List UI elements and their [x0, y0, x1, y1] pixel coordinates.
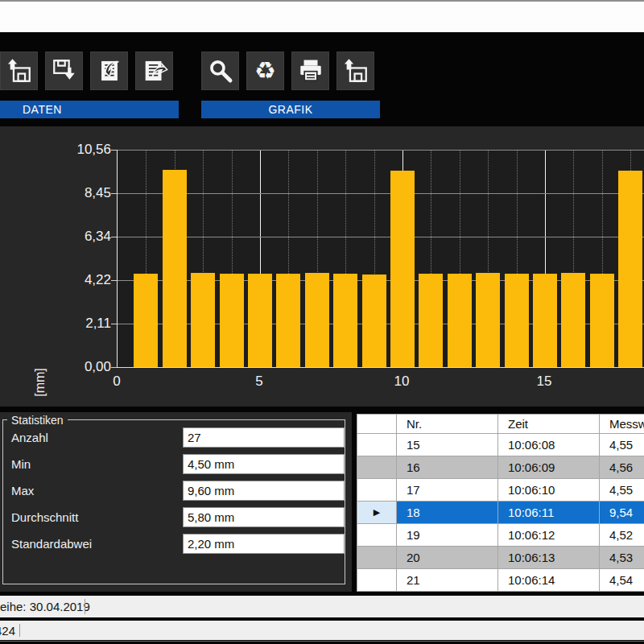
cell-nr[interactable]: 16: [397, 456, 498, 479]
x-tick-label: 5: [242, 374, 277, 390]
floppy-arrow-down-icon: [51, 57, 78, 85]
row-selector-cell[interactable]: [357, 569, 397, 592]
daten-group-label: DATEN: [0, 101, 179, 118]
stat-value-max[interactable]: [183, 481, 345, 501]
refresh-button[interactable]: ♻: [246, 52, 284, 90]
cell-zeit[interactable]: 10:06:13: [498, 547, 600, 569]
chart-plot-area: [117, 150, 644, 368]
cell-nr[interactable]: 19: [397, 524, 498, 547]
chart-bar-6: [276, 274, 300, 367]
table-row-17[interactable]: 1710:06:104,55: [357, 479, 644, 502]
cell-messwert[interactable]: 4,56: [600, 456, 644, 479]
chart-bar-11: [419, 274, 443, 367]
table-row-21[interactable]: 2110:06:144,54: [357, 569, 644, 592]
y-tick-mark: [111, 193, 117, 194]
statusbar-separator: [85, 599, 85, 614]
window-bottom-border: [0, 641, 644, 642]
row-selector-cell[interactable]: [357, 547, 397, 569]
chart-gridline-horizontal: [118, 237, 644, 237]
cell-nr[interactable]: 20: [397, 547, 498, 569]
zoom-button[interactable]: [201, 52, 239, 90]
cell-messwert[interactable]: 4,54: [600, 569, 644, 592]
chart-bar-2: [163, 170, 187, 367]
daten-toolbar: [0, 52, 173, 90]
stat-label-standardabwei: Standardabwei: [11, 537, 92, 551]
x-tick-label: 15: [526, 374, 562, 390]
cell-zeit[interactable]: 10:06:14: [498, 569, 600, 592]
chart-gridline-horizontal: [118, 193, 644, 194]
grafik-group-label: GRAFIK: [201, 101, 380, 118]
chart-bar-10: [390, 171, 415, 367]
cell-nr[interactable]: 21: [397, 569, 498, 592]
printer-icon: [297, 57, 324, 85]
cell-zeit[interactable]: 10:06:08: [498, 434, 600, 456]
table-row-16[interactable]: 1610:06:094,56: [357, 456, 644, 479]
chart-bar-15: [533, 274, 557, 367]
chart-bar-8: [333, 274, 357, 367]
cell-messwert[interactable]: 4,55: [600, 434, 644, 456]
export-graphic-button[interactable]: [336, 52, 374, 90]
stat-value-durchschnitt[interactable]: [183, 507, 345, 527]
statusbar-secondary: 424: [0, 621, 644, 640]
column-header-zeit[interactable]: Zeit: [498, 415, 600, 434]
row-selector-cell[interactable]: [357, 434, 397, 456]
document-arrow-out-icon: [141, 57, 168, 85]
cell-zeit[interactable]: 10:06:11: [498, 502, 600, 524]
cell-zeit[interactable]: 10:06:12: [498, 524, 600, 547]
chart-bar-7: [305, 273, 329, 367]
row-selector-cell[interactable]: [357, 479, 397, 502]
chart-bar-13: [476, 273, 500, 367]
open-data-button[interactable]: [0, 52, 38, 90]
import-data-button[interactable]: [90, 52, 128, 90]
x-tick-label: 0: [99, 374, 134, 390]
column-header-messwert[interactable]: Messwert: [600, 415, 644, 434]
y-tick-label: 10,56: [53, 142, 111, 158]
current-row-marker[interactable]: ▶: [357, 502, 397, 524]
table-row-20[interactable]: 2010:06:134,53: [357, 547, 644, 569]
cell-messwert[interactable]: 9,54: [600, 502, 644, 524]
cell-nr[interactable]: 18: [397, 502, 498, 524]
statistics-groupbox-title: Statistiken: [7, 414, 68, 427]
column-header-nr[interactable]: Nr.: [397, 415, 498, 434]
cell-zeit[interactable]: 10:06:10: [498, 479, 600, 502]
export-data-button[interactable]: [135, 52, 173, 90]
cell-messwert[interactable]: 4,53: [600, 547, 644, 569]
magnifier-icon: [207, 57, 234, 85]
daten-group-label-text: DATEN: [23, 103, 62, 116]
chart-gridline-horizontal: [118, 150, 644, 151]
table-row-15[interactable]: 1510:06:084,55: [357, 434, 644, 456]
save-data-button[interactable]: [45, 52, 83, 90]
chart-bar-14: [505, 274, 529, 367]
document-arrow-in-icon: [96, 57, 123, 85]
stat-label-max: Max: [11, 484, 34, 497]
x-tick-label: 10: [384, 374, 419, 390]
stat-value-standardabwei[interactable]: [183, 534, 345, 554]
window-title-area: [0, 2, 644, 32]
grafik-group-label-text: GRAFIK: [268, 103, 312, 116]
stat-value-anzahl[interactable]: [183, 427, 345, 448]
stat-label-min: Min: [11, 457, 31, 471]
table-row-19[interactable]: 1910:06:124,52: [357, 524, 644, 547]
row-selector-cell[interactable]: [357, 524, 397, 547]
statusbar-separator: [19, 624, 20, 637]
chart-bar-12: [448, 274, 472, 367]
cell-zeit[interactable]: 10:06:09: [498, 456, 600, 479]
measurement-table: Nr. Zeit Messwert 1510:06:084,551610:06:…: [357, 414, 644, 592]
statusbar-date-text: eihe: 30.04.2019: [0, 600, 90, 613]
chart-panel: [mm] 0,002,114,226,348,4510,56 051015: [0, 126, 644, 407]
table-row-18[interactable]: ▶1810:06:119,54: [357, 502, 644, 524]
statistics-panel: Statistiken AnzahlMinMaxDurchschnittStan…: [0, 412, 352, 592]
chart-bar-17: [590, 274, 614, 367]
stat-label-anzahl: Anzahl: [11, 431, 48, 444]
y-tick-mark: [111, 150, 117, 151]
stat-value-min[interactable]: [183, 454, 345, 474]
y-tick-mark: [111, 237, 117, 237]
cell-messwert[interactable]: 4,52: [600, 524, 644, 547]
row-selector-cell[interactable]: [357, 456, 397, 479]
chart-bar-1: [134, 274, 158, 367]
table-header-row: Nr. Zeit Messwert: [357, 415, 644, 434]
cell-nr[interactable]: 15: [397, 434, 498, 456]
cell-nr[interactable]: 17: [397, 479, 498, 502]
print-button[interactable]: [291, 52, 329, 90]
cell-messwert[interactable]: 4,55: [600, 479, 644, 502]
